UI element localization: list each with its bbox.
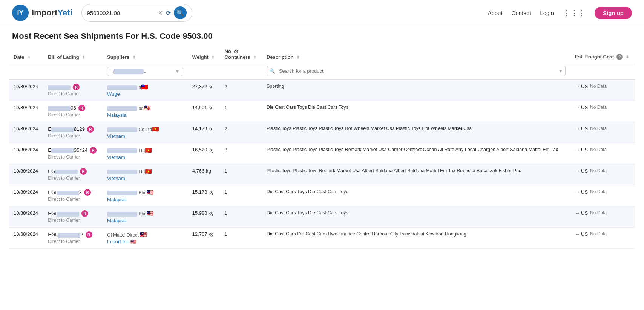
sort-weight-icon: ⬍ (211, 55, 215, 60)
cell-bol[interactable]: E35424RDirect to Carrier (43, 143, 103, 164)
th-date[interactable]: Date ▼ (9, 45, 43, 64)
description-search-input[interactable] (278, 67, 556, 75)
cell-weight: 16,520 kg (188, 143, 220, 164)
refresh-icon[interactable]: ⟳ (166, 9, 171, 17)
table-row: 10/30/2024RDirect to Carrier d🇹🇼Wuge27,3… (9, 79, 635, 101)
cell-bol[interactable]: RDirect to Carrier (43, 79, 103, 101)
cell-freight: → USNo Data (570, 185, 635, 206)
cell-containers: 1 (220, 164, 262, 185)
logo[interactable]: IY ImportYeti (12, 5, 72, 21)
cell-freight: → USNo Data (570, 101, 635, 122)
cell-description: Die Cast Cars Die Cast Cars Hwx Finance … (262, 228, 570, 249)
cell-freight: → USNo Data (570, 228, 635, 249)
description-search[interactable]: 🔍 ▼ (267, 66, 566, 76)
description-filter-chevron[interactable]: ▼ (556, 68, 566, 74)
cell-bol[interactable]: EGRDirect to Carrier (43, 164, 103, 185)
cell-containers: 2 (220, 122, 262, 143)
table-header-row: Date ▼ Bill of Lading ⬍ Suppliers ⬍ Weig… (9, 45, 635, 64)
search-input[interactable] (87, 10, 155, 16)
cell-description: Plastic Toys Plastic Toys Plastic Toys H… (262, 122, 570, 143)
supplier-filter-chevron[interactable]: ▼ (175, 69, 180, 74)
cell-weight: 14,901 kg (188, 101, 220, 122)
cell-supplier[interactable]: d🇹🇼Wuge (103, 79, 188, 101)
cell-date: 10/30/2024 (9, 101, 43, 122)
cell-freight: → USNo Data (570, 206, 635, 228)
cell-description: Die Cast Cars Toys Die Cast Cars Toys (262, 206, 570, 228)
cell-weight: 12,767 kg (188, 228, 220, 249)
th-bol[interactable]: Bill of Lading ⬍ (43, 45, 103, 64)
cell-date: 10/30/2024 (9, 122, 43, 143)
cell-containers: 3 (220, 143, 262, 164)
logo-icon: IY (12, 5, 29, 21)
cell-supplier[interactable]: Co Ltd🇻🇳Vietnam (103, 122, 188, 143)
cell-supplier[interactable]: Of Mattel Direct 🇲🇾Import Inc 🇲🇾 (103, 228, 188, 249)
cell-containers: 1 (220, 228, 262, 249)
cell-bol[interactable]: EGIRDirect to Carrier (43, 206, 103, 228)
cell-bol[interactable]: 06RDirect to Carrier (43, 101, 103, 122)
sort-date-icon: ▼ (27, 55, 31, 60)
nav-links: About Contact Login ⋮⋮⋮ Sign up (488, 7, 632, 19)
cell-supplier[interactable]: Bhd🇲🇾Malaysia (103, 206, 188, 228)
bol-badge: R (90, 147, 97, 154)
cell-bol[interactable]: EGL2RDirect to Carrier (43, 228, 103, 249)
header: IY ImportYeti ✕ ⟳ 🔍 About Contact Login … (0, 0, 644, 26)
freight-help-icon[interactable]: ? (616, 54, 623, 60)
shipments-table-wrap: Date ▼ Bill of Lading ⬍ Suppliers ⬍ Weig… (9, 45, 635, 249)
th-freight[interactable]: Est. Freight Cost ? ⬍ (570, 45, 635, 64)
sort-freight-icon: ⬍ (626, 55, 629, 60)
nav-contact[interactable]: Contact (512, 10, 531, 16)
shipments-table: Date ▼ Bill of Lading ⬍ Suppliers ⬍ Weig… (9, 45, 635, 249)
cell-date: 10/30/2024 (9, 228, 43, 249)
description-search-icon: 🔍 (267, 66, 278, 76)
cell-date: 10/30/2024 (9, 206, 43, 228)
table-row: 10/30/2024EGIRDirect to Carrier Bhd🇲🇾Mal… (9, 206, 635, 228)
sort-containers-icon: ⬍ (253, 55, 256, 60)
logo-text: ImportYeti (32, 8, 72, 18)
cell-containers: 1 (220, 101, 262, 122)
cell-weight: 27,372 kg (188, 79, 220, 101)
nav-about[interactable]: About (488, 10, 502, 16)
sort-description-icon: ⬍ (296, 55, 300, 60)
bol-badge: R (84, 189, 91, 196)
cell-freight: → USNo Data (570, 143, 635, 164)
page-title: Most Recent Sea Shipments For H.S. Code … (0, 26, 644, 41)
cell-date: 10/30/2024 (9, 143, 43, 164)
cell-containers: 1 (220, 206, 262, 228)
table-row: 10/30/2024EGRDirect to Carrier Ltd🇻🇳Viet… (9, 164, 635, 185)
cell-supplier[interactable]: Ltd🇻🇳Vietnam (103, 164, 188, 185)
cell-supplier[interactable]: hd🇲🇾Malaysia (103, 101, 188, 122)
cell-date: 10/30/2024 (9, 185, 43, 206)
sort-suppliers-icon: ⬍ (132, 55, 136, 60)
th-description[interactable]: Description ⬍ (262, 45, 570, 64)
th-weight[interactable]: Weight ⬍ (188, 45, 220, 64)
cell-description: Die Cast Cars Toys Die Cast Cars Toys (262, 101, 570, 122)
bol-badge: R (80, 168, 87, 175)
cell-weight: 4,766 kg (188, 164, 220, 185)
cell-freight: → USNo Data (570, 79, 635, 101)
cell-date: 10/30/2024 (9, 79, 43, 101)
cell-description: Plastic Toys Plastic Toys Remark Market … (262, 164, 570, 185)
signup-button[interactable]: Sign up (595, 7, 632, 19)
table-row: 10/30/2024EGL2RDirect to CarrierOf Matte… (9, 228, 635, 249)
search-bar: ✕ ⟳ 🔍 (81, 4, 192, 22)
cell-date: 10/30/2024 (9, 164, 43, 185)
cell-bol[interactable]: EGI2RDirect to Carrier (43, 185, 103, 206)
cell-description: Sporting (262, 79, 570, 101)
grid-icon[interactable]: ⋮⋮⋮ (563, 8, 586, 17)
th-containers[interactable]: No. ofContainers ⬍ (220, 45, 262, 64)
cell-description: Die Cast Cars Toys Die Cast Cars Toys (262, 185, 570, 206)
cell-supplier[interactable]: Ltd🇻🇳Vietnam (103, 143, 188, 164)
sort-bol-icon: ⬍ (82, 55, 85, 60)
bol-badge: R (73, 84, 80, 90)
th-suppliers[interactable]: Suppliers ⬍ (103, 45, 188, 64)
cell-freight: → USNo Data (570, 164, 635, 185)
cell-bol[interactable]: E8129RDirect to Carrier (43, 122, 103, 143)
clear-search-icon[interactable]: ✕ (158, 9, 163, 17)
cell-supplier[interactable]: Bhd🇲🇾Malaysia (103, 185, 188, 206)
cell-containers: 2 (220, 79, 262, 101)
bol-badge: R (86, 231, 92, 238)
search-button[interactable]: 🔍 (174, 6, 187, 19)
nav-login[interactable]: Login (540, 10, 554, 16)
bol-badge: R (87, 126, 94, 133)
supplier-filter: T.. ▼ (107, 67, 183, 76)
